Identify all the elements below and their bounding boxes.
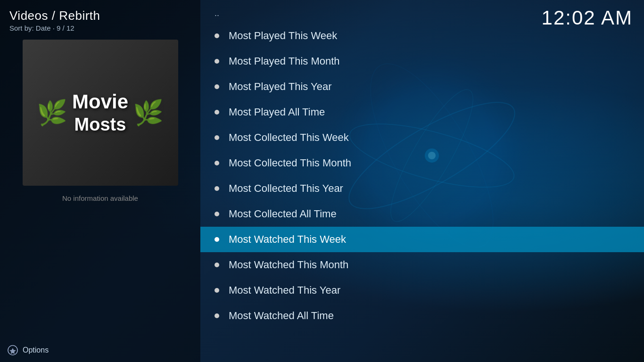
bullet-icon	[215, 59, 219, 64]
bullet-icon	[215, 313, 219, 318]
no-info-label: No information available	[62, 194, 138, 202]
right-panel: .. Most Played This WeekMost Played This…	[200, 0, 644, 362]
bullet-icon	[215, 161, 219, 165]
page-subtitle: Sort by: Date · 9 / 12	[9, 24, 191, 32]
list-item[interactable]: Most Collected All Time	[200, 201, 644, 227]
bullet-icon	[215, 186, 219, 191]
list-item-label: Most Played This Month	[229, 55, 340, 67]
list-item[interactable]: Most Watched This Year	[200, 278, 644, 303]
bullet-icon	[215, 263, 219, 267]
list-item-label: Most Watched This Month	[229, 259, 348, 271]
bullet-icon	[215, 288, 219, 293]
laurel-row: 🌿 Movie Mosts 🌿	[37, 91, 164, 135]
menu-list: Most Played This WeekMost Played This Mo…	[200, 23, 644, 329]
list-item-label: Most Collected This Week	[229, 132, 349, 144]
page-title: Videos / Rebirth	[9, 8, 191, 23]
list-item[interactable]: Most Watched All Time	[200, 303, 644, 329]
thumbnail-line1: Movie	[72, 91, 128, 113]
list-item[interactable]: Most Played This Year	[200, 74, 644, 99]
list-item[interactable]: Most Collected This Month	[200, 150, 644, 176]
list-item[interactable]: Most Watched This Month	[200, 252, 644, 278]
list-item-label: Most Played This Week	[229, 30, 337, 42]
list-item-label: Most Played This Year	[229, 81, 332, 93]
list-item[interactable]: Most Played This Month	[200, 49, 644, 74]
list-item-label: Most Collected This Month	[229, 157, 351, 169]
laurel-right-icon: 🌿	[133, 99, 164, 127]
thumbnail-content: 🌿 Movie Mosts 🌿	[37, 91, 164, 135]
list-item-label: Most Collected This Year	[229, 182, 343, 195]
list-item-label: Most Watched All Time	[229, 310, 334, 322]
list-item[interactable]: Most Collected This Year	[200, 176, 644, 201]
left-panel: Videos / Rebirth Sort by: Date · 9 / 12 …	[0, 0, 200, 362]
options-bar[interactable]: Options	[8, 345, 49, 355]
list-item-label: Most Played All Time	[229, 106, 325, 118]
list-item[interactable]: Most Watched This Week	[200, 227, 644, 252]
bullet-icon	[215, 84, 219, 89]
list-item-label: Most Watched This Year	[229, 284, 340, 296]
laurel-left-icon: 🌿	[37, 99, 67, 127]
thumbnail-line2: Mosts	[72, 115, 128, 135]
clock: 12:02 AM	[542, 7, 633, 29]
bullet-icon	[215, 33, 219, 38]
bullet-icon	[215, 110, 219, 115]
options-icon	[8, 345, 18, 355]
bullet-icon	[215, 135, 219, 140]
bullet-icon	[215, 237, 219, 242]
list-item[interactable]: Most Collected This Week	[200, 125, 644, 150]
bullet-icon	[215, 212, 219, 216]
list-item-label: Most Collected All Time	[229, 208, 337, 220]
list-item[interactable]: Most Played All Time	[200, 99, 644, 125]
thumbnail: 🌿 Movie Mosts 🌿	[23, 40, 178, 186]
options-label: Options	[23, 346, 49, 354]
list-item-label: Most Watched This Week	[229, 233, 346, 246]
